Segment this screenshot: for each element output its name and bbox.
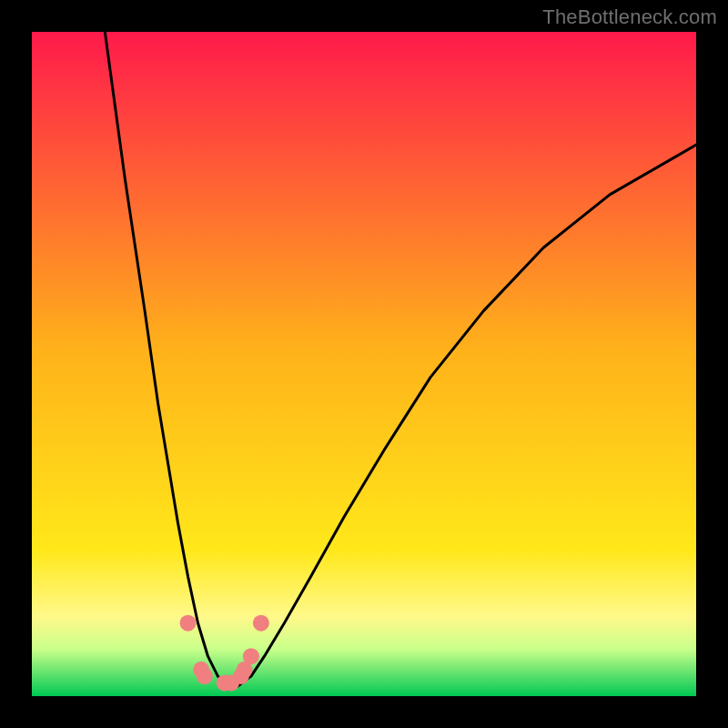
- data-point: [180, 615, 197, 632]
- data-point: [243, 648, 259, 664]
- data-point: [253, 615, 269, 632]
- chart-svg: [32, 32, 696, 696]
- watermark-text: TheBottleneck.com: [542, 5, 717, 29]
- gradient-bg: [32, 32, 696, 696]
- data-point: [197, 668, 213, 684]
- chart-frame: TheBottleneck.com: [0, 0, 728, 728]
- plot-area: [32, 32, 696, 696]
